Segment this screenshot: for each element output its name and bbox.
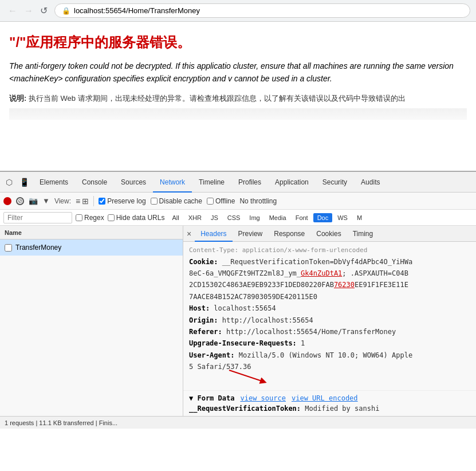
- error-title: "/"应用程序中的服务器错误。: [9, 33, 467, 52]
- upgrade-label: Upgrade-Insecure-Requests:: [189, 339, 301, 347]
- view-buttons: ≡ ⊞: [76, 197, 89, 206]
- form-data-title: ▼ Form Data: [189, 394, 234, 402]
- lock-icon: 🔒: [62, 7, 70, 15]
- referer-value: http://localhost:55654/Home/TransferMone…: [226, 328, 396, 336]
- filter-media[interactable]: Media: [265, 213, 290, 222]
- note-content: 执行当前 Web 请求期间，出现未经处理的异常。请检查堆栈跟踪信息，以了解有关该…: [29, 94, 406, 103]
- regex-checkbox[interactable]: [76, 214, 82, 221]
- status-text: 1 requests | 11.1 KB transferred | Finis…: [5, 419, 117, 426]
- filter-js[interactable]: JS: [207, 213, 222, 222]
- tab-security[interactable]: Security: [316, 172, 354, 193]
- tab-application[interactable]: Application: [268, 172, 316, 193]
- tab-preview[interactable]: Preview: [233, 226, 269, 242]
- devtools-toolbar: ⬡ 📱 Elements Console Sources Network Tim…: [0, 172, 476, 193]
- tab-response[interactable]: Response: [268, 226, 310, 242]
- forward-button[interactable]: →: [22, 5, 36, 17]
- offline-checkbox[interactable]: [207, 198, 214, 205]
- request-name: TransferMoney: [15, 244, 61, 252]
- offline-label[interactable]: Offline: [207, 197, 235, 205]
- tab-timing[interactable]: Timing: [347, 226, 379, 242]
- cookie-cont1: 8eC-6a_VMQGFZt9HTZ2ml8J_ym_Gk4nZuDtA1; .…: [189, 268, 470, 279]
- request-checkbox[interactable]: [5, 244, 12, 252]
- back-button[interactable]: ←: [6, 5, 19, 17]
- cookie-value: __RequestVerificationToken=DbVyf4dAPbc4O…: [222, 258, 412, 266]
- tab-console[interactable]: Console: [75, 172, 114, 193]
- filter-css[interactable]: CSS: [223, 213, 245, 222]
- cookie-cont3-value: 7AACE84B152AC78903059DE420115E0: [189, 293, 317, 301]
- note-label: 说明:: [9, 94, 26, 103]
- cookie-label: Cookie:: [189, 258, 222, 266]
- close-detail-button[interactable]: ×: [183, 229, 195, 238]
- list-view-btn[interactable]: ≡: [76, 197, 80, 206]
- note-text: 说明: 执行当前 Web 请求期间，出现未经处理的异常。请检查堆栈跟踪信息，以了…: [9, 93, 467, 104]
- filter-icon[interactable]: ▼: [42, 197, 50, 205]
- address-bar[interactable]: 🔒 localhost:55654/Home/TransferMoney: [54, 3, 470, 18]
- hide-data-urls-label[interactable]: Hide data URLs: [108, 214, 165, 222]
- preserve-log-checkbox[interactable]: [99, 198, 105, 205]
- filter-ws[interactable]: WS: [333, 213, 352, 222]
- filter-type-buttons: All XHR JS CSS Img Media Font Doc WS M: [168, 213, 366, 222]
- hide-data-urls-checkbox[interactable]: [108, 214, 115, 221]
- tab-audits[interactable]: Audits: [354, 172, 387, 193]
- camera-icon[interactable]: 📷: [29, 197, 38, 205]
- details-panel: × Headers Preview Response Cookies Timin…: [183, 226, 476, 416]
- faded-row: [9, 108, 467, 120]
- tab-timeline[interactable]: Timeline: [192, 172, 231, 193]
- record-button[interactable]: [3, 197, 11, 205]
- filter-all[interactable]: All: [168, 213, 183, 222]
- user-agent-row: User-Agent: Mozilla/5.0 (Windows NT 10.0…: [189, 350, 470, 361]
- tab-sources[interactable]: Sources: [114, 172, 153, 193]
- tab-headers[interactable]: Headers: [195, 226, 232, 242]
- filter-input[interactable]: [3, 212, 72, 223]
- headers-content: Content-Type: application/x-www-form-url…: [183, 242, 476, 373]
- regex-label[interactable]: Regex: [76, 214, 104, 222]
- tab-profiles[interactable]: Profiles: [231, 172, 268, 193]
- filter-img[interactable]: Img: [245, 213, 263, 222]
- user-agent-label: User-Agent:: [189, 351, 239, 359]
- mobile-icon[interactable]: 📱: [16, 175, 33, 189]
- refresh-button[interactable]: ↺: [38, 4, 50, 17]
- upgrade-row: Upgrade-Insecure-Requests: 1: [189, 337, 470, 349]
- referer-row: Referer: http://localhost:55654/Home/Tra…: [189, 326, 470, 337]
- filter-font[interactable]: Font: [292, 213, 312, 222]
- disable-cache-checkbox[interactable]: [151, 198, 158, 205]
- filter-m[interactable]: M: [353, 213, 366, 222]
- offline-text: Offline: [215, 197, 235, 205]
- cookie-cont2: 2CD15302C4863AE9EB9233F1DED80220FAB76230…: [189, 279, 470, 291]
- request-item[interactable]: TransferMoney: [0, 240, 183, 256]
- preserve-log-label[interactable]: Preserve log: [99, 197, 145, 205]
- cookie-cont3: 7AACE84B152AC78903059DE420115E0: [189, 291, 470, 303]
- origin-value: http://localhost:55654: [222, 316, 313, 324]
- tab-cookies[interactable]: Cookies: [310, 226, 347, 242]
- tree-view-btn[interactable]: ⊞: [82, 197, 89, 206]
- cookie-cont1-value: 8eC-6a_VMQGFZt9HTZ2ml8J_ym_Gk4nZuDtA1; .…: [189, 269, 408, 277]
- tab-network[interactable]: Network: [153, 172, 192, 193]
- network-toolbar: ⊘ 📷 ▼ View: ≡ ⊞ Preserve log Disable cac…: [0, 193, 476, 210]
- tab-elements[interactable]: Elements: [33, 172, 75, 193]
- red-arrow-svg: [218, 367, 332, 384]
- referer-label: Referer:: [189, 328, 226, 336]
- error-description: The anti-forgery token could not be decr…: [9, 60, 467, 85]
- nav-buttons: ← → ↺: [6, 4, 50, 17]
- view-label: View:: [54, 197, 71, 205]
- view-url-encoded-link[interactable]: view URL encoded: [292, 394, 358, 402]
- filter-doc[interactable]: Doc: [313, 213, 333, 222]
- filter-xhr[interactable]: XHR: [184, 213, 206, 222]
- token-value: Modified by sanshi: [305, 405, 379, 413]
- preserve-log-text: Preserve log: [107, 197, 145, 205]
- separator: [93, 196, 94, 206]
- regex-text: Regex: [84, 214, 104, 222]
- view-source-link[interactable]: view source: [240, 394, 285, 402]
- disable-cache-text: Disable cache: [159, 197, 202, 205]
- browser-chrome: ← → ↺ 🔒 localhost:55654/Home/TransferMon…: [0, 0, 476, 22]
- disable-cache-label[interactable]: Disable cache: [151, 197, 202, 205]
- request-area: Name TransferMoney × Headers Preview Res…: [0, 226, 476, 416]
- form-data-section: ▼ Form Data view source view URL encoded…: [183, 390, 476, 416]
- url-text: localhost:55654/Home/TransferMoney: [74, 6, 200, 15]
- clear-button[interactable]: ⊘: [16, 197, 24, 205]
- inspect-icon[interactable]: ⬡: [2, 175, 16, 189]
- filter-row: Regex Hide data URLs All XHR JS CSS Img …: [0, 210, 476, 226]
- hide-data-urls-text: Hide data URLs: [116, 214, 165, 222]
- host-value: localhost:55654: [214, 304, 276, 312]
- token-label: __RequestVerificationToken:: [189, 405, 301, 413]
